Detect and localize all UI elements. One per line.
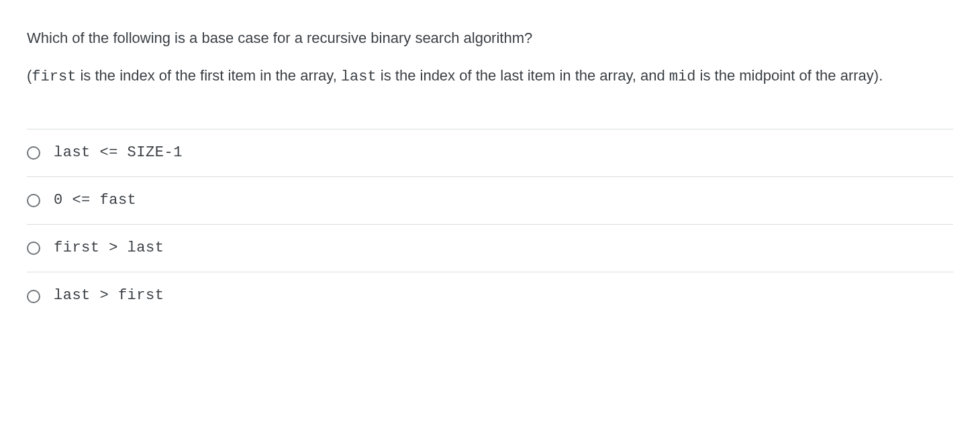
question-line-1: Which of the following is a base case fo… [27, 27, 953, 50]
option-3[interactable]: first > last [27, 224, 953, 272]
text-mid-1: is the index of the first item in the ar… [76, 67, 341, 84]
code-first: first [32, 68, 76, 85]
text-mid-2: is the index of the last item in the arr… [377, 67, 669, 84]
question-line-2: (first is the index of the first item in… [27, 64, 953, 89]
option-1-label: last <= SIZE-1 [54, 142, 183, 164]
code-last: last [341, 68, 377, 85]
options-list: last <= SIZE-1 0 <= fast first > last la… [27, 129, 953, 319]
option-2[interactable]: 0 <= fast [27, 176, 953, 224]
radio-icon [27, 290, 40, 303]
text-post: is the midpoint of the array). [695, 67, 883, 84]
option-1[interactable]: last <= SIZE-1 [27, 129, 953, 176]
option-3-label: first > last [54, 237, 164, 260]
option-2-label: 0 <= fast [54, 189, 136, 212]
option-4[interactable]: last > first [27, 272, 953, 319]
option-4-label: last > first [54, 284, 164, 307]
radio-icon [27, 146, 40, 160]
radio-icon [27, 194, 40, 207]
radio-icon [27, 241, 40, 255]
code-mid: mid [669, 68, 696, 85]
question-stem: Which of the following is a base case fo… [27, 27, 953, 89]
